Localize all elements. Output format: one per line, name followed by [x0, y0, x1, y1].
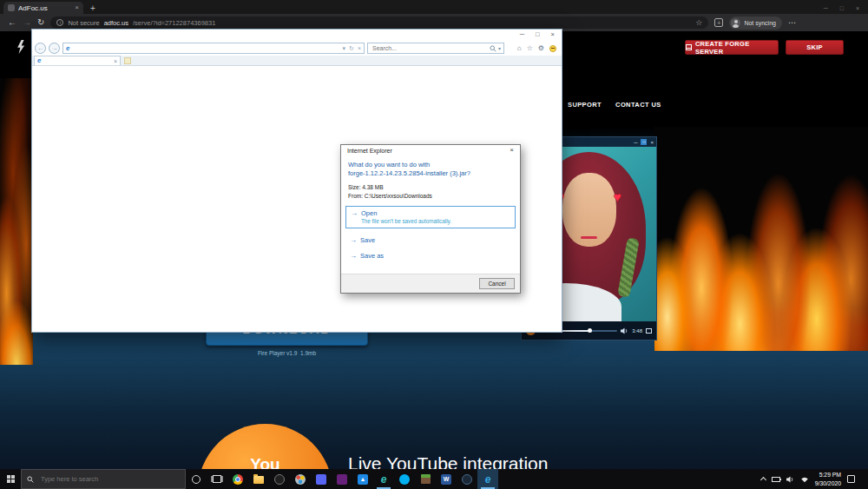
skip-button[interactable]: SKIP — [786, 40, 844, 55]
feedback-smiley-icon[interactable] — [549, 45, 556, 52]
taskbar-app-word[interactable]: W — [436, 469, 457, 489]
ie-search-input[interactable] — [371, 44, 488, 52]
browser-tab[interactable]: AdFoc.us × — [3, 2, 83, 14]
dialog-close-icon[interactable]: × — [510, 147, 514, 154]
url-path: /serve/?id=27122874369831 — [133, 19, 691, 27]
taskbar-app-obs[interactable] — [269, 469, 290, 489]
ie-tab-row: e × — [32, 56, 562, 66]
search-icon — [27, 476, 34, 483]
home-icon[interactable]: ⌂ — [517, 45, 522, 52]
ie-logo-icon: e — [66, 45, 69, 52]
gear-icon[interactable]: ⚙ — [538, 45, 544, 52]
skype-icon — [399, 474, 410, 485]
ie-compat-icon[interactable]: ▾ — [343, 45, 346, 52]
back-icon[interactable]: ← — [8, 18, 16, 27]
seek-bar[interactable] — [554, 330, 617, 332]
skip-label: SKIP — [806, 43, 823, 51]
ie-titlebar[interactable]: ─ □ × — [32, 30, 562, 41]
favorite-star-icon[interactable]: ☆ — [695, 18, 702, 27]
task-view-button[interactable] — [207, 469, 227, 489]
address-bar[interactable]: i Not secure adfoc.us /serve/?id=2712287… — [50, 17, 708, 29]
maximize-icon[interactable]: □ — [840, 5, 844, 11]
nav-support-link[interactable]: SUPPORT — [568, 101, 602, 109]
volume-icon[interactable] — [786, 476, 794, 483]
player-close-icon[interactable]: × — [650, 140, 654, 145]
taskbar: ▲ e W e 5:29 PM 9/30/2020 — [0, 469, 868, 489]
taskbar-app-internet-explorer[interactable]: e — [477, 469, 498, 489]
taskbar-app-photos[interactable]: ▲ — [352, 469, 373, 489]
save-option[interactable]: → Save — [350, 236, 511, 244]
tab-close-icon[interactable]: × — [75, 4, 79, 11]
download-dialog: Internet Explorer × What do you want to … — [340, 144, 521, 294]
page-nav: SUPPORT CONTACT US — [568, 101, 661, 109]
open-option[interactable]: → Open The file won't be saved automatic… — [345, 206, 516, 228]
player-maximize-icon[interactable]: □ — [641, 139, 647, 145]
save-as-option[interactable]: → Save as — [350, 252, 511, 260]
youtube-logo-text: You — [198, 455, 332, 469]
collections-icon[interactable]: + — [714, 18, 723, 27]
file-size: Size: 4.38 MB — [348, 183, 513, 192]
create-forge-server-button[interactable]: CREATE FORGE SERVER — [685, 40, 779, 55]
arrow-right-icon: → — [350, 253, 357, 260]
cortana-button[interactable] — [186, 469, 207, 489]
ie-tab-close-icon[interactable]: × — [114, 58, 117, 64]
ie-close-icon[interactable]: × — [551, 31, 555, 38]
taskbar-app-chrome[interactable] — [227, 469, 248, 489]
new-tab-icon[interactable]: + — [90, 4, 95, 13]
search-dropdown-icon[interactable]: ▾ — [498, 45, 501, 51]
taskbar-app-edge[interactable]: e — [373, 469, 394, 489]
battery-icon[interactable] — [772, 477, 780, 482]
taskbar-app-minecraft[interactable] — [415, 469, 436, 489]
player-caption: Fire Player v1.9 1.9mb — [206, 350, 368, 356]
cancel-button[interactable]: Cancel — [479, 278, 515, 289]
task-view-icon — [213, 475, 221, 483]
nav-contact-link[interactable]: CONTACT US — [615, 101, 661, 109]
ie-tab[interactable]: e × — [34, 56, 121, 65]
taskbar-app-paint[interactable] — [290, 469, 311, 489]
ie-search-box[interactable]: ▾ — [367, 43, 504, 54]
taskbar-app-file-explorer[interactable] — [248, 469, 269, 489]
ie-stop-icon[interactable]: × — [358, 45, 361, 52]
action-center-icon[interactable] — [847, 475, 855, 483]
ie-new-tab-icon[interactable] — [124, 57, 131, 64]
profile-button[interactable]: Not syncing — [729, 17, 782, 30]
favorites-star-icon[interactable]: ☆ — [527, 45, 533, 52]
arrow-right-icon: → — [350, 237, 357, 244]
site-info-icon[interactable]: i — [56, 19, 63, 26]
close-icon[interactable]: × — [856, 5, 859, 11]
settings-menu-icon[interactable]: ⋯ — [788, 18, 796, 27]
ie-forward-icon[interactable]: → — [49, 43, 60, 54]
file-from: From: C:\Users\xxsou\Downloads — [348, 192, 513, 201]
start-button[interactable] — [0, 469, 21, 489]
search-icon[interactable] — [490, 45, 496, 52]
clock-date: 9/30/2020 — [815, 479, 841, 488]
taskbar-search[interactable] — [21, 469, 186, 489]
ie-refresh-icon[interactable]: ↻ — [349, 45, 354, 52]
taskbar-app-steam[interactable] — [457, 469, 477, 489]
refresh-icon[interactable]: ↻ — [37, 18, 44, 27]
ie-address-bar[interactable]: e ▾ ↻ × — [62, 43, 365, 54]
taskbar-search-input[interactable] — [39, 474, 180, 484]
taskbar-app-visual-studio[interactable] — [332, 469, 352, 489]
hidden-icons-chevron-icon[interactable] — [760, 477, 766, 483]
edge-window-controls: ─ □ × — [824, 5, 868, 14]
minimize-icon[interactable]: ─ — [824, 5, 828, 11]
taskbar-clock[interactable]: 5:29 PM 9/30/2020 — [815, 471, 841, 487]
taskbar-app-discord[interactable] — [311, 469, 332, 489]
arrow-right-icon: → — [351, 210, 358, 217]
ie-maximize-icon[interactable]: □ — [536, 31, 540, 38]
forward-icon[interactable]: → — [23, 18, 31, 27]
ie-back-icon[interactable]: ← — [35, 43, 46, 54]
fullscreen-icon[interactable] — [646, 328, 652, 334]
ie-minimize-icon[interactable]: ─ — [520, 31, 524, 38]
paint-icon — [295, 474, 306, 485]
taskbar-app-skype[interactable] — [394, 469, 415, 489]
ie-window-controls: ─ □ × — [520, 31, 555, 38]
thumbnail-lips — [581, 236, 597, 239]
edge-icon: e — [381, 474, 387, 485]
security-label: Not secure — [68, 19, 99, 27]
network-icon[interactable] — [800, 476, 809, 483]
site-logo — [16, 40, 26, 54]
volume-icon[interactable] — [621, 327, 628, 334]
player-minimize-icon[interactable]: ─ — [634, 140, 637, 145]
